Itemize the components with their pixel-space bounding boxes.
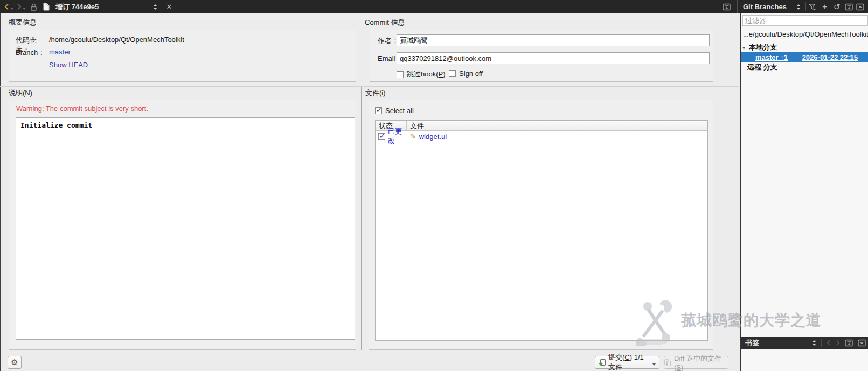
commit-message-textarea[interactable]: Initialize commit	[16, 117, 355, 340]
editor-toolbar: 增订 744e9e5 ✕ Git Branches + ↺	[0, 0, 868, 13]
files-groupbox: Select all 状态 文件 已更改 ✎ widget.ui	[369, 100, 713, 350]
diff-selected-button[interactable]: Diff 选中的文件(S)	[664, 356, 728, 369]
branch-filter-input[interactable]	[742, 15, 868, 26]
branch-label: Branch：	[16, 48, 49, 58]
bookmarks-panel-titlebar: 书签	[741, 337, 868, 349]
back-icon[interactable]	[4, 0, 13, 13]
repo-path-item[interactable]: ...e/gcoulu/Desktop/Qt/OpenMechToolkit	[743, 30, 868, 38]
commit-info-heading: Commit 信息	[365, 18, 405, 27]
vertical-splitter[interactable]	[361, 87, 362, 350]
commit-button-label: 提交(C) 1/1 文件	[608, 353, 649, 371]
file-status: 已更改	[388, 127, 407, 146]
show-head-row: Show HEAD	[16, 61, 88, 69]
panel-menu-icon[interactable]	[858, 339, 866, 347]
file-checkbox[interactable]	[378, 133, 385, 140]
forward-dropdown-icon[interactable]	[23, 8, 26, 10]
diff-icon	[664, 359, 671, 366]
summary-groupbox: 代码仓库： /home/gcoulu/Desktop/Qt/OpenMechTo…	[9, 30, 356, 82]
bypass-hooks-label: 跳过hook(P)	[407, 69, 446, 79]
warning-text: Warning: The commit subject is very shor…	[16, 104, 148, 113]
local-branches-label: 本地分支	[749, 43, 777, 52]
filter-funnel-icon[interactable]	[809, 0, 816, 13]
close-editor-icon[interactable]: ✕	[164, 0, 174, 13]
branch-link[interactable]: master	[49, 48, 71, 58]
spacer	[16, 61, 49, 69]
chevron-down-icon[interactable]: ▾	[742, 45, 749, 51]
editor-combo-spinner-icon[interactable]	[153, 0, 157, 13]
add-branch-icon[interactable]: +	[822, 0, 827, 13]
refresh-icon[interactable]: ↺	[834, 0, 841, 13]
file-row[interactable]: 已更改 ✎ widget.ui	[376, 131, 707, 142]
bookmarks-combo-spinner-icon[interactable]	[812, 340, 816, 346]
select-all-label: Select all	[385, 107, 414, 115]
panel-separator	[737, 0, 738, 13]
master-branch-row[interactable]: master ↑1 2026-01-22 22:15	[741, 52, 868, 62]
file-name[interactable]: widget.ui	[419, 132, 447, 141]
toolbar-separator	[821, 339, 822, 347]
branches-panel-title: Git Branches	[743, 0, 787, 13]
qtcreator-git-commit-window: 增订 744e9e5 ✕ Git Branches + ↺ 概要信息 代码仓库：…	[0, 0, 868, 371]
description-heading: 说明(N)	[9, 88, 32, 98]
prev-bookmark-icon[interactable]	[827, 340, 831, 346]
bypass-hooks-option[interactable]: 跳过hook(P)	[397, 69, 446, 79]
file-column-header[interactable]: 文件	[407, 121, 427, 130]
bypass-hooks-checkbox[interactable]	[397, 71, 404, 78]
next-bookmark-icon[interactable]	[836, 340, 840, 346]
editor-title: 增订 744e9e5	[55, 0, 99, 13]
commit-info-groupbox: 作者： Email： 跳过hook(P) Sign off	[370, 30, 713, 82]
split-editor-icon[interactable]	[723, 0, 731, 13]
local-branches-group[interactable]: ▾ 本地分支	[741, 43, 868, 52]
settings-button[interactable]: ⚙	[8, 356, 22, 369]
split-panel-icon[interactable]	[845, 339, 853, 347]
split-panel-icon[interactable]	[845, 0, 853, 13]
branch-date[interactable]: 2026-01-22 22:15	[802, 53, 858, 61]
document-icon	[43, 0, 50, 13]
sign-off-checkbox[interactable]	[449, 70, 456, 77]
bookmarks-title: 书签	[745, 338, 759, 348]
files-table-header: 状态 文件	[376, 121, 707, 131]
sign-off-option[interactable]: Sign off	[449, 69, 483, 78]
author-input[interactable]	[397, 34, 710, 46]
select-all-option[interactable]: Select all	[375, 107, 414, 115]
forward-icon[interactable]	[17, 0, 26, 13]
toolbar-separator	[805, 2, 806, 11]
editor-left-edge	[0, 13, 1, 371]
modified-file-icon: ✎	[410, 132, 416, 140]
sign-off-label: Sign off	[459, 69, 483, 78]
gear-icon: ⚙	[11, 358, 18, 367]
commit-button[interactable]: 提交(C) 1/1 文件	[595, 356, 659, 369]
toolbar-separator	[162, 2, 162, 11]
back-dropdown-icon[interactable]	[10, 8, 13, 10]
files-table: 状态 文件 已更改 ✎ widget.ui	[375, 120, 708, 341]
unlock-icon[interactable]	[30, 0, 37, 13]
select-all-checkbox[interactable]	[375, 107, 382, 114]
branch-row: Branch： master	[16, 48, 71, 58]
description-groupbox: Warning: The commit subject is very shor…	[9, 100, 356, 350]
horizontal-separator	[0, 86, 739, 87]
commit-dropdown-icon[interactable]	[652, 363, 656, 366]
remote-branches-label: 远程 分支	[747, 62, 777, 72]
commit-icon	[599, 359, 606, 366]
files-heading: 文件(i)	[365, 88, 386, 98]
branch-name[interactable]: master ↑1	[755, 53, 788, 61]
collapse-panel-icon[interactable]	[856, 0, 864, 13]
git-branches-panel: ...e/gcoulu/Desktop/Qt/OpenMechToolkit ▾…	[740, 13, 868, 371]
diff-button-label: Diff 选中的文件(S)	[674, 354, 728, 371]
branches-combo-spinner-icon[interactable]	[796, 0, 801, 13]
remote-branches-group[interactable]: 远程 分支	[741, 62, 868, 72]
email-input[interactable]	[397, 52, 710, 64]
show-head-link[interactable]: Show HEAD	[49, 61, 88, 69]
summary-heading: 概要信息	[9, 18, 37, 27]
